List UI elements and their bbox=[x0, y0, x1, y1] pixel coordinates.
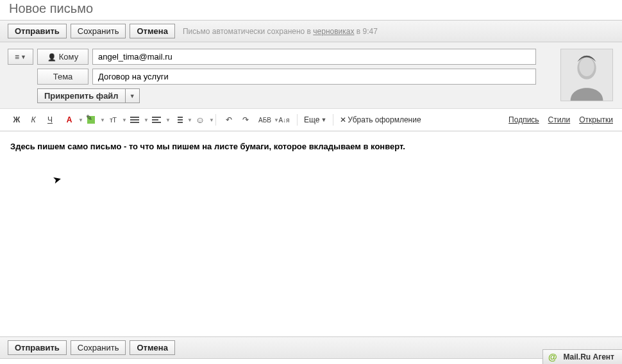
undo-icon bbox=[226, 115, 232, 124]
smiley-icon bbox=[196, 115, 205, 125]
to-input[interactable] bbox=[92, 49, 536, 65]
drafts-link[interactable]: черновиках bbox=[313, 27, 354, 36]
save-button[interactable]: Сохранить bbox=[71, 24, 126, 38]
send-button[interactable]: Отправить bbox=[8, 24, 67, 38]
undo-button[interactable] bbox=[221, 113, 237, 127]
format-toolbar: Ж К Ч А▼ ▼ ▼ ▼ ▼ ▼ ▼ АБВ▼ А↓я Еще ▼ ✕ Уб… bbox=[0, 109, 622, 131]
compose-options-button[interactable]: ≡ ▼ bbox=[8, 49, 33, 65]
redo-button[interactable] bbox=[238, 113, 253, 127]
list-icon bbox=[174, 115, 183, 124]
chevron-down-icon: ▼ bbox=[21, 54, 26, 60]
page-title: Новое письмо bbox=[0, 0, 622, 20]
remove-format-label: Убрать оформление bbox=[348, 115, 421, 124]
format-right-links: Подпись Стили Открытки bbox=[509, 115, 613, 124]
bottom-toolbar: Отправить Сохранить Отмена bbox=[0, 336, 622, 359]
at-icon: @ bbox=[548, 352, 557, 362]
to-field-label[interactable]: Кому bbox=[37, 49, 88, 65]
redo-icon bbox=[242, 115, 249, 124]
attach-file-dropdown[interactable]: ▼ bbox=[126, 88, 140, 103]
highlight-icon bbox=[87, 116, 95, 124]
cursor-icon: ➤ bbox=[51, 173, 62, 187]
sort-button[interactable]: А↓я bbox=[276, 113, 292, 127]
avatar bbox=[560, 49, 613, 101]
text-color-button[interactable]: А▼ bbox=[59, 113, 80, 127]
attach-file-button[interactable]: Прикрепить файл bbox=[37, 88, 126, 103]
cancel-button[interactable]: Отмена bbox=[130, 24, 174, 38]
send-button-bottom[interactable]: Отправить bbox=[8, 340, 67, 355]
text-color-icon: А bbox=[67, 115, 72, 124]
message-body-editor[interactable]: Здесь пишем само письмо - то что мы пише… bbox=[0, 131, 622, 336]
indent-button[interactable]: ▼ bbox=[146, 113, 167, 127]
spellcheck-button[interactable]: АБВ▼ bbox=[255, 113, 275, 127]
agent-label: Mail.Ru Агент bbox=[564, 352, 614, 361]
autosave-time: в 9:47 bbox=[354, 27, 377, 36]
to-label-text: Кому bbox=[59, 52, 78, 62]
sort-icon: А↓я bbox=[278, 117, 289, 124]
separator bbox=[215, 114, 216, 126]
italic-button[interactable]: К bbox=[26, 113, 41, 127]
spellcheck-icon: АБВ bbox=[258, 117, 271, 124]
more-label: Еще bbox=[304, 115, 319, 124]
separator bbox=[297, 114, 298, 126]
cancel-button-bottom[interactable]: Отмена bbox=[130, 340, 174, 355]
emoji-button[interactable]: ▼ bbox=[190, 113, 210, 127]
italic-icon: К bbox=[31, 115, 35, 124]
svg-point-2 bbox=[579, 58, 594, 76]
underline-button[interactable]: Ч bbox=[42, 113, 58, 127]
indent-icon bbox=[152, 115, 161, 124]
bold-button[interactable]: Ж bbox=[9, 113, 24, 127]
message-body-text: Здесь пишем само письмо - то что мы пише… bbox=[10, 142, 612, 151]
font-size-icon bbox=[110, 115, 116, 124]
align-icon bbox=[130, 115, 139, 124]
bold-icon: Ж bbox=[13, 115, 21, 124]
underline-icon: Ч bbox=[47, 115, 53, 124]
cards-link[interactable]: Открытки bbox=[579, 115, 613, 124]
signature-link[interactable]: Подпись bbox=[509, 115, 539, 124]
save-button-bottom[interactable]: Сохранить bbox=[71, 340, 126, 355]
hamburger-icon: ≡ bbox=[15, 53, 19, 62]
styles-link[interactable]: Стили bbox=[548, 115, 571, 124]
chevron-down-icon: ▼ bbox=[321, 117, 326, 123]
separator bbox=[333, 114, 333, 126]
person-icon bbox=[47, 52, 56, 62]
subject-label-text: Тема bbox=[53, 72, 73, 81]
top-toolbar: Отправить Сохранить Отмена Письмо автома… bbox=[0, 20, 622, 42]
highlight-button[interactable]: ▼ bbox=[81, 113, 101, 127]
chevron-down-icon: ▼ bbox=[209, 117, 214, 123]
autosave-prefix: Письмо автоматически сохранено в bbox=[183, 27, 313, 36]
compose-header: ≡ ▼ Кому Тема Прикрепить файл ▼ bbox=[0, 42, 622, 109]
subject-input[interactable] bbox=[92, 69, 536, 85]
subject-field-label[interactable]: Тема bbox=[37, 69, 88, 85]
more-button[interactable]: Еще ▼ bbox=[303, 115, 328, 124]
list-button[interactable]: ▼ bbox=[168, 113, 189, 127]
mailru-agent-widget[interactable]: @ Mail.Ru Агент bbox=[542, 349, 622, 364]
autosave-status: Письмо автоматически сохранено в чернови… bbox=[183, 27, 378, 36]
align-button[interactable]: ▼ bbox=[124, 113, 145, 127]
attach-file-button-group: Прикрепить файл ▼ bbox=[37, 88, 140, 103]
font-size-button[interactable]: ▼ bbox=[103, 113, 123, 127]
chevron-down-icon: ▼ bbox=[130, 93, 135, 99]
remove-format-button[interactable]: ✕ Убрать оформление bbox=[339, 115, 422, 124]
